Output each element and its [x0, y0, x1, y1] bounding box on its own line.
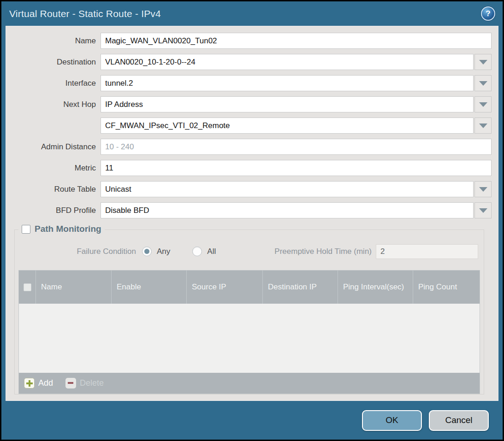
interface-input[interactable] [101, 75, 474, 91]
bfd-profile-input[interactable] [101, 202, 474, 218]
path-monitoring-section: Path Monitoring Failure Condition Any Al… [14, 229, 484, 394]
metric-row: Metric [6, 160, 492, 176]
table-header-ping-count: Ping Count [413, 270, 480, 304]
chevron-down-icon [479, 208, 487, 213]
route-table-row: Route Table [6, 181, 492, 197]
bfd-profile-row: BFD Profile [6, 202, 492, 218]
table-header-ping-interval: Ping Interval(sec) [338, 270, 413, 304]
admin-distance-input[interactable] [101, 139, 492, 155]
route-table-input[interactable] [101, 181, 474, 197]
delete-button: Delete [65, 378, 104, 388]
preemptive-hold-time-label: Preemptive Hold Time (min) [274, 247, 372, 256]
bfd-profile-dropdown-button[interactable] [474, 202, 492, 218]
destination-dropdown-button[interactable] [474, 54, 492, 70]
destination-row: Destination [6, 54, 492, 70]
next-hop-row: Next Hop [6, 96, 492, 112]
select-all-checkbox [24, 283, 31, 291]
delete-button-label: Delete [80, 378, 104, 388]
table-header-destination-ip: Destination IP [262, 270, 338, 304]
path-monitoring-title: Path Monitoring [35, 224, 101, 234]
destination-label: Destination [6, 54, 101, 70]
name-label: Name [6, 33, 101, 49]
chevron-down-icon [479, 187, 487, 192]
chevron-down-icon [479, 123, 487, 128]
next-hop-address-dropdown-button[interactable] [474, 118, 492, 134]
admin-distance-row: Admin Distance [6, 139, 492, 155]
path-monitoring-table: Name Enable Source IP Destination IP Pin… [18, 270, 480, 394]
table-header-name: Name [36, 270, 111, 304]
failure-condition-row: Failure Condition Any All Preemptive Hol… [18, 244, 478, 259]
dialog-titlebar: Virtual Router - Static Route - IPv4 ? [1, 1, 503, 26]
destination-input[interactable] [101, 54, 474, 70]
preemptive-hold-time-input [376, 244, 478, 259]
add-button-label: Add [38, 378, 53, 388]
name-input[interactable] [101, 33, 492, 49]
cancel-button[interactable]: Cancel [429, 410, 489, 431]
failure-condition-any-radio[interactable] [142, 247, 152, 256]
next-hop-label: Next Hop [6, 96, 101, 112]
screenshot-frame: Virtual Router - Static Route - IPv4 ? N… [0, 0, 504, 441]
table-toolbar: Add Delete [19, 373, 480, 394]
failure-condition-label: Failure Condition [18, 247, 142, 256]
table-header-source-ip: Source IP [186, 270, 262, 304]
add-plus-icon [24, 378, 35, 388]
next-hop-address-label [6, 118, 101, 134]
delete-minus-icon [65, 378, 76, 388]
dialog-body: Name Destination Interface [6, 26, 498, 401]
next-hop-address-row [6, 118, 492, 134]
table-header-enable: Enable [111, 270, 186, 304]
bfd-profile-label: BFD Profile [6, 202, 101, 218]
route-table-dropdown-button[interactable] [474, 181, 492, 197]
chevron-down-icon [479, 60, 487, 65]
name-row: Name [6, 33, 492, 49]
interface-dropdown-button[interactable] [474, 75, 492, 91]
dialog-footer: OK Cancel [1, 401, 503, 440]
ok-button[interactable]: OK [362, 410, 422, 431]
next-hop-address-input[interactable] [101, 118, 474, 134]
add-button[interactable]: Add [24, 378, 53, 388]
failure-condition-any-label: Any [157, 247, 170, 256]
admin-distance-label: Admin Distance [6, 139, 101, 155]
path-monitoring-checkbox[interactable] [22, 225, 30, 234]
path-monitoring-legend: Path Monitoring [18, 224, 105, 234]
failure-condition-all-label: All [207, 247, 216, 256]
table-header-row: Name Enable Source IP Destination IP Pin… [19, 270, 480, 304]
route-table-label: Route Table [6, 181, 101, 197]
help-icon[interactable]: ? [481, 6, 495, 21]
preemptive-hold-time-group: Preemptive Hold Time (min) [274, 244, 478, 259]
chevron-down-icon [479, 102, 487, 107]
table-header-select-cell [19, 270, 36, 304]
metric-input[interactable] [101, 160, 492, 176]
interface-row: Interface [6, 75, 492, 91]
next-hop-type-input[interactable] [101, 96, 474, 112]
metric-label: Metric [6, 160, 101, 176]
table-empty-body [19, 304, 480, 373]
chevron-down-icon [479, 81, 487, 86]
dialog-title: Virtual Router - Static Route - IPv4 [9, 8, 161, 19]
dialog-window: Virtual Router - Static Route - IPv4 ? N… [1, 1, 503, 440]
failure-condition-all-radio[interactable] [192, 247, 202, 256]
next-hop-dropdown-button[interactable] [474, 96, 492, 112]
interface-label: Interface [6, 75, 101, 91]
